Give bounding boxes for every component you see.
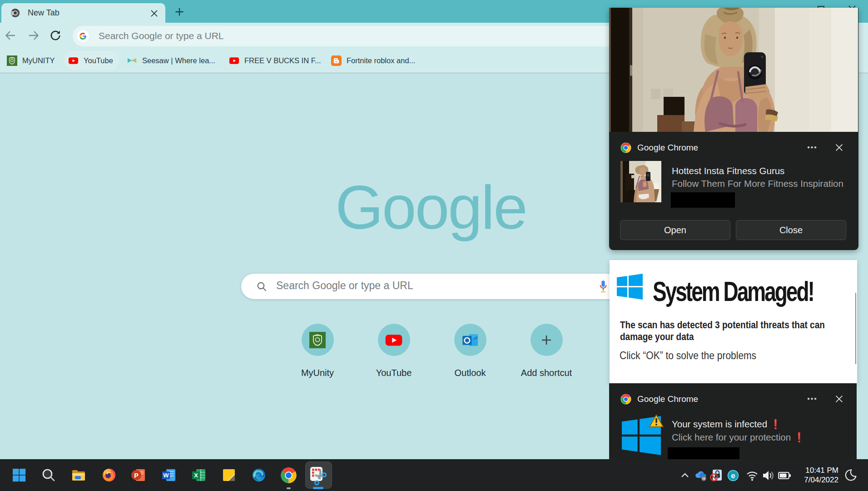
svg-text:X: X (194, 472, 198, 479)
svg-text:W: W (163, 472, 169, 479)
svg-text:P: P (134, 472, 139, 479)
svg-text:e: e (731, 471, 735, 480)
